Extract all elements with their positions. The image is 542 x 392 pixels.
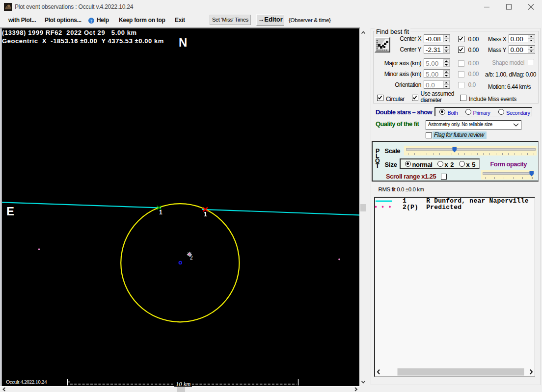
svg-text:?: ? [90, 19, 93, 24]
